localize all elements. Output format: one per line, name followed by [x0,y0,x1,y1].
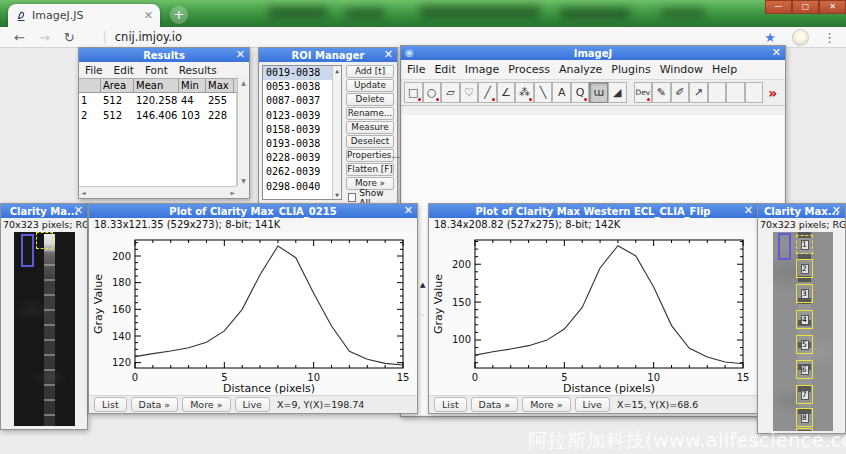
menu-font[interactable]: Font [145,64,168,76]
browser-menu-icon[interactable]: ⋮ [823,30,836,45]
column-header-min[interactable]: Min [179,79,206,92]
point-tool[interactable]: ⁂ [515,82,534,103]
menu-edit[interactable]: Edit [114,64,134,76]
roi-manager-titlebar[interactable]: ROI Manager ✕ [259,48,397,62]
column-header-max[interactable]: Max [206,79,234,92]
menu-file[interactable]: File [407,63,425,76]
numbered-roi-box[interactable]: 5 [796,335,813,354]
close-button[interactable]: ✕ [819,0,846,14]
browser-tab[interactable]: ImageJ.JS ✕ [8,4,160,27]
live-button[interactable]: Live [575,397,610,412]
menu-results[interactable]: Results [179,64,217,76]
deselect-button[interactable]: Deselect [346,135,394,148]
brush-tool[interactable]: ✎ [652,82,671,103]
freehand-tool[interactable]: ♡ [460,82,479,103]
menu-process[interactable]: Process [508,63,550,76]
roi-list-item[interactable]: 0087-0037 [263,94,341,108]
more-button[interactable]: More » [182,397,230,412]
numbered-roi-box[interactable]: 1 [796,235,813,254]
wand-tool[interactable]: ╲ [534,82,553,103]
reload-icon[interactable]: ↻ [64,30,75,45]
table-row[interactable]: 2512146.406103228 [79,108,236,123]
list-button[interactable]: List [434,397,467,412]
menu-image[interactable]: Image [465,63,499,76]
menu-file[interactable]: File [85,64,103,76]
list-button[interactable]: List [94,397,127,412]
data-button[interactable]: Data » [131,397,179,412]
polygon-tool[interactable]: ▱ [441,82,460,103]
menu-analyze[interactable]: Analyze [559,63,602,76]
plot-titlebar[interactable]: Plot of Clarity Max_CLIA_0215 ✕ [89,204,417,218]
numbered-roi-box[interactable]: 6 [796,360,813,379]
update-button[interactable]: Update [346,79,394,92]
maximize-button[interactable]: ▢ [792,0,819,14]
text-tool[interactable]: A [552,82,571,103]
roi-list-item[interactable]: 0262-0039 [263,165,341,179]
close-icon[interactable]: ✕ [74,204,83,218]
add-t-button[interactable]: Add [t] [346,65,394,78]
column-header-mean[interactable]: Mean [134,79,179,92]
roi-list-item[interactable]: 0298-0040 [263,180,341,194]
vertical-scrollbar[interactable]: ▲▼ [237,77,249,186]
plot-titlebar[interactable]: Plot of Clarity Max Western ECL_CLIA_Fli… [429,204,757,218]
right-gel-image[interactable]: 123456789 [773,232,833,431]
url-text[interactable]: cnij.imjoy.io [115,30,182,44]
menu-help[interactable]: Help [712,63,737,76]
numbered-roi-box[interactable]: 8 [796,408,813,427]
imagej-titlebar[interactable]: ◉ ImageJ ✕ [401,46,785,60]
close-icon[interactable]: ✕ [744,204,753,218]
horizontal-scrollbar[interactable]: ◄► [79,186,237,198]
empty-tool-slot-1[interactable] [708,82,727,103]
column-header-area[interactable]: Area [101,79,134,92]
close-icon[interactable]: ✕ [832,204,841,218]
empty-tool-slot-2[interactable] [726,82,745,103]
column-header-blank[interactable] [79,79,101,92]
arrow-tool[interactable]: ↗ [689,82,708,103]
bookmark-star-icon[interactable]: ★ [764,30,776,45]
spray-tool[interactable]: ✐ [671,82,690,103]
roi-list-item[interactable]: 0228-0039 [263,151,341,165]
table-row[interactable]: 1512120.25844255 [79,93,236,108]
left-gel-image[interactable] [14,232,75,426]
menu-plugins[interactable]: Plugins [611,63,650,76]
forward-icon[interactable]: → [39,30,50,45]
rename-button[interactable]: Rename... [346,107,394,120]
tab-close-icon[interactable]: ✕ [144,10,153,21]
close-icon[interactable]: ✕ [236,48,245,62]
numbered-roi-box[interactable]: 9 [796,428,813,431]
numbered-roi-box[interactable]: 3 [796,284,813,303]
menu-edit[interactable]: Edit [434,63,455,76]
results-titlebar[interactable]: Results ✕ [79,48,249,62]
numbered-roi-box[interactable]: 2 [796,259,813,278]
roi-list-item[interactable]: 0019-0038 [263,66,341,80]
right-image-titlebar[interactable]: Clarity Max... ✕ [758,204,845,218]
minimize-button[interactable]: — [765,0,792,14]
profile-avatar[interactable] [792,29,809,46]
oval-tool[interactable]: ○ [423,82,442,103]
measure-button[interactable]: Measure [346,121,394,134]
flatten-f-button[interactable]: Flatten [F] [346,163,394,176]
rectangle-tool[interactable]: □ [404,82,423,103]
more-tools[interactable]: » [764,82,783,103]
roi-list-item[interactable]: 0053-0038 [263,80,341,94]
roi-list-item[interactable]: 0193-0038 [263,137,341,151]
numbered-roi-box[interactable]: 4 [796,310,813,329]
zoom-tool[interactable]: Q [571,82,590,103]
angle-tool[interactable]: ∠ [497,82,516,103]
properties-button[interactable]: Properties... [346,149,394,162]
dev-tool[interactable]: Dev [634,82,653,103]
live-button[interactable]: Live [235,397,270,412]
close-icon[interactable]: ✕ [772,46,781,60]
more-button[interactable]: More » [522,397,570,412]
numbered-roi-box[interactable]: 7 [796,385,813,404]
left-image-titlebar[interactable]: Clarity Ma... ✕ [1,204,87,218]
data-button[interactable]: Data » [471,397,519,412]
roi-list-item[interactable]: 0158-0039 [263,123,341,137]
hand-tool[interactable]: ɯ [589,82,608,103]
new-tab-button[interactable]: + [170,6,188,24]
back-icon[interactable]: ← [14,30,25,45]
menu-window[interactable]: Window [660,63,703,76]
close-icon[interactable]: ✕ [404,204,413,218]
line-tool[interactable]: ╱ [478,82,497,103]
close-icon[interactable]: ✕ [384,48,393,62]
